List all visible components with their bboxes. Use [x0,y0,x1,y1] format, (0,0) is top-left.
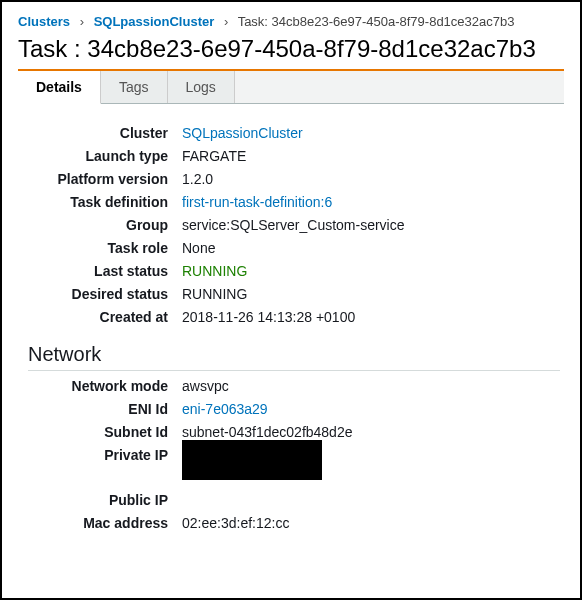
section-header-network: Network [28,343,560,371]
value-mac-address: 02:ee:3d:ef:12:cc [182,515,560,531]
breadcrumb-current: Task: 34cb8e23-6e97-450a-8f79-8d1ce32ac7… [238,14,515,29]
label-last-status: Last status [22,263,182,279]
breadcrumb-cluster-link[interactable]: SQLpassionCluster [94,14,215,29]
breadcrumb-separator: › [224,14,228,29]
value-private-ip-redacted [182,440,322,480]
breadcrumb: Clusters › SQLpassionCluster › Task: 34c… [18,14,564,29]
value-created-at: 2018-11-26 14:13:28 +0100 [182,309,560,325]
label-cluster: Cluster [22,125,182,141]
value-eni-id-link[interactable]: eni-7e063a29 [182,401,268,417]
value-last-status: RUNNING [182,263,560,279]
value-platform-version: 1.2.0 [182,171,560,187]
label-network-mode: Network mode [22,378,182,394]
value-cluster-link[interactable]: SQLpassionCluster [182,125,303,141]
label-launch-type: Launch type [22,148,182,164]
value-group: service:SQLServer_Custom-service [182,217,560,233]
details-panel: Cluster SQLpassionCluster Launch type FA… [18,104,564,531]
tab-details[interactable]: Details [18,71,101,104]
label-desired-status: Desired status [22,286,182,302]
label-eni-id: ENI Id [22,401,182,417]
value-launch-type: FARGATE [182,148,560,164]
value-network-mode: awsvpc [182,378,560,394]
breadcrumb-clusters-link[interactable]: Clusters [18,14,70,29]
tab-logs[interactable]: Logs [168,71,235,103]
label-subnet-id: Subnet Id [22,424,182,440]
page-title: Task : 34cb8e23-6e97-450a-8f79-8d1ce32ac… [18,35,564,63]
label-task-role: Task role [22,240,182,256]
value-desired-status: RUNNING [182,286,560,302]
breadcrumb-separator: › [80,14,84,29]
label-private-ip: Private IP [22,447,182,463]
tab-tags[interactable]: Tags [101,71,168,103]
label-created-at: Created at [22,309,182,325]
value-task-definition-link[interactable]: first-run-task-definition:6 [182,194,332,210]
tabs: Details Tags Logs [18,69,564,104]
label-platform-version: Platform version [22,171,182,187]
label-task-definition: Task definition [22,194,182,210]
label-group: Group [22,217,182,233]
label-mac-address: Mac address [22,515,182,531]
value-task-role: None [182,240,560,256]
value-subnet-id: subnet-043f1dec02fb48d2e [182,424,560,440]
label-public-ip: Public IP [22,492,182,508]
